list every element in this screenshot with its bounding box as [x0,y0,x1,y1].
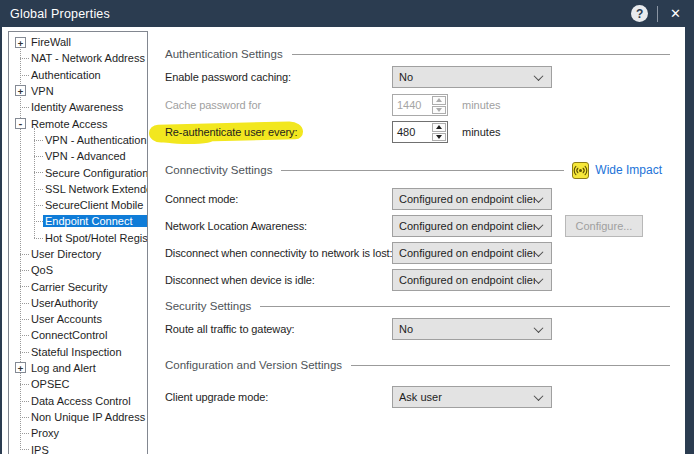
section-divider [292,54,670,55]
cache-password-for-label: Cache password for [165,99,392,111]
chevron-down-icon [534,220,544,230]
spinner-up-button[interactable] [432,123,446,132]
chevron-down-icon [534,323,544,333]
tree-item-vpn-advanced[interactable]: VPN - Advanced [9,148,147,164]
tree-item-connectcontrol[interactable]: ConnectControl [9,327,147,343]
tree-item-userauthority[interactable]: UserAuthority [9,295,147,311]
tree-item-stateful-inspection[interactable]: Stateful Inspection [9,344,147,360]
section-divider [351,365,670,366]
expand-icon[interactable]: + [15,37,26,48]
tree-item-firewall[interactable]: +FireWall [9,34,147,50]
tree-item-user-directory[interactable]: User Directory [9,246,147,262]
tree-item-hot-spot-hotel[interactable]: Hot Spot/Hotel Registration [9,230,147,246]
enable-password-caching-label: Enable password caching: [165,71,392,83]
tree-item-data-access-control[interactable]: Data Access Control [9,393,147,409]
chevron-down-icon [534,391,544,401]
reauthenticate-label: Re-authenticate user every: [165,126,392,138]
authentication-settings-header: Authentication Settings [165,47,670,61]
spinner-down-button [432,106,446,115]
chevron-down-icon [534,71,544,81]
connect-mode-label: Connect mode: [165,193,392,205]
network-location-awareness-label: Network Location Awareness: [165,220,392,232]
network-location-awareness-combo[interactable]: Configured on endpoint client [392,215,552,237]
disconnect-idle-label: Disconnect when device is idle: [165,274,392,286]
section-divider [260,306,670,307]
titlebar-divider [657,6,658,22]
tree-item-proxy[interactable]: Proxy [9,425,147,441]
enable-password-caching-row: Enable password caching: No [165,66,684,88]
help-icon[interactable]: ? [631,5,648,22]
titlebar-controls: ? ✕ [631,5,694,22]
tree-item-qos[interactable]: QoS [9,262,147,278]
cache-password-for-row: Cache password for 1440 minutes [165,94,684,116]
client-upgrade-mode-combo[interactable]: Ask user [392,386,552,408]
wide-impact-link[interactable]: Wide Impact [572,162,662,179]
tree-item-endpoint-connect[interactable]: Endpoint Connect [9,213,147,229]
broadcast-icon [572,162,589,179]
chevron-down-icon [534,247,544,257]
connect-mode-combo[interactable]: Configured on endpoint client [392,188,552,210]
tree-item-log-and-alert[interactable]: +Log and Alert [9,360,147,376]
tree-item-non-unique-ip[interactable]: Non Unique IP Address Ranges [9,409,147,425]
minutes-label: minutes [462,99,501,111]
tree-item-nat[interactable]: NAT - Network Address Translation [9,50,147,66]
route-all-traffic-row: Route all traffic to gateway: No [165,318,684,340]
dialog-title: Global Properties [0,7,110,21]
cache-password-spinner: 1440 [392,94,448,116]
disconnect-lost-combo[interactable]: Configured on endpoint client [392,242,552,264]
properties-tree: +FireWall NAT - Network Address Translat… [8,31,148,454]
tree-item-secure-configuration[interactable]: Secure Configuration Verification [9,164,147,180]
tree-item-carrier-security[interactable]: Carrier Security [9,278,147,294]
route-all-traffic-label: Route all traffic to gateway: [165,323,392,335]
close-icon[interactable]: ✕ [667,5,684,22]
client-upgrade-mode-row: Client upgrade mode: Ask user [165,386,684,408]
disconnect-lost-row: Disconnect when connectivity to network … [165,242,684,264]
route-all-traffic-combo[interactable]: No [392,318,552,340]
spinner-up-button [432,96,446,105]
network-location-awareness-row: Network Location Awareness: Configured o… [165,215,684,237]
chevron-down-icon [534,274,544,284]
expand-icon[interactable]: + [15,362,26,373]
expand-icon[interactable]: + [15,85,26,96]
configuration-version-header: Configuration and Version Settings [165,358,670,372]
reauthenticate-row: Re-authenticate user every: 480 minutes [165,121,684,143]
tree-item-remote-access[interactable]: -Remote Access [9,115,147,131]
tree-item-authentication[interactable]: Authentication [9,67,147,83]
window-left-border [0,27,2,454]
tree-item-user-accounts[interactable]: User Accounts [9,311,147,327]
security-settings-header: Security Settings [165,299,670,313]
connectivity-settings-header: Connectivity Settings Wide Impact [165,163,666,177]
tree-item-ssl-network-extender[interactable]: SSL Network Extender [9,181,147,197]
section-divider [281,170,564,171]
configure-button[interactable]: Configure... [565,215,643,237]
titlebar: Global Properties ? ✕ [0,0,694,27]
minutes-label: minutes [462,126,501,138]
collapse-icon[interactable]: - [15,118,26,129]
endpoint-connect-settings-panel: Authentication Settings Enable password … [160,27,684,454]
window-right-border [685,0,694,454]
tree-item-identity-awareness[interactable]: Identity Awareness [9,99,147,115]
enable-password-caching-combo[interactable]: No [392,66,552,88]
chevron-down-icon [534,193,544,203]
reauthenticate-spinner[interactable]: 480 [392,121,448,143]
disconnect-idle-row: Disconnect when device is idle: Configur… [165,269,684,291]
global-properties-dialog: Global Properties ? ✕ +FireWall NAT - Ne… [0,0,694,454]
tree-item-vpn-authentication[interactable]: VPN - Authentication [9,132,147,148]
tree-item-opsec[interactable]: OPSEC [9,376,147,392]
tree-item-ips[interactable]: IPS [9,441,147,454]
connect-mode-row: Connect mode: Configured on endpoint cli… [165,188,684,210]
disconnect-idle-combo[interactable]: Configured on endpoint client [392,269,552,291]
disconnect-lost-label: Disconnect when connectivity to network … [165,247,392,259]
client-upgrade-mode-label: Client upgrade mode: [165,391,392,403]
tree-item-vpn[interactable]: +VPN [9,83,147,99]
tree-item-secureclient-mobile[interactable]: SecureClient Mobile [9,197,147,213]
spinner-down-button[interactable] [432,133,446,142]
